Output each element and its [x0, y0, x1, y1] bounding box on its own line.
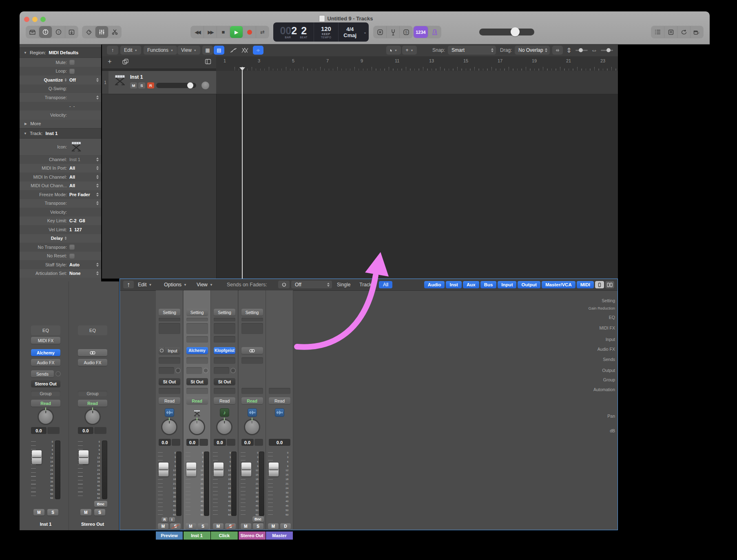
db-value[interactable]: 0.0: [241, 439, 254, 446]
fader-cap[interactable]: [79, 450, 89, 464]
track-row[interactable]: MIDI Out Chann...All: [20, 182, 101, 190]
fader-cap[interactable]: [159, 463, 168, 476]
automation-icon[interactable]: [228, 46, 238, 55]
channel-fader[interactable]: 03691215182124303540455060: [268, 452, 292, 516]
channel-fader[interactable]: 03691215182124303540455060: [186, 452, 209, 516]
mixer-view-single-icon[interactable]: [595, 281, 604, 288]
waveform-zoom-button[interactable]: [552, 46, 563, 55]
fader-cap[interactable]: [32, 450, 42, 464]
track-row[interactable]: No Transpose:: [20, 243, 101, 252]
inspector-icon[interactable]: [39, 26, 52, 38]
channel-fader[interactable]: 03691215182124303540455060: [31, 440, 60, 499]
mute-button[interactable]: M: [268, 523, 279, 529]
track-pan-knob[interactable]: [201, 82, 209, 89]
mixer-strip-stereo-out[interactable]: SettingRead0.003691215182124303540455060…: [239, 290, 266, 529]
empty-slot[interactable]: [269, 388, 290, 394]
region-row[interactable]: Transpose:: [20, 93, 101, 102]
loop-browser-icon[interactable]: [677, 26, 691, 38]
audio-fx-button[interactable]: Audio FX: [31, 359, 60, 366]
db-value[interactable]: 0.0: [214, 439, 226, 446]
stepper-icon[interactable]: [491, 48, 494, 52]
eq-button[interactable]: EQ: [31, 325, 60, 335]
empty-slot[interactable]: [159, 357, 180, 364]
flex-button[interactable]: [253, 46, 263, 55]
instrument-slot-klopfgeist[interactable]: Klopfgeist: [214, 347, 235, 354]
mixer-menu-view[interactable]: View▼: [197, 279, 213, 290]
snap-select[interactable]: Smart: [448, 46, 496, 55]
no-input-icon[interactable]: [374, 26, 387, 38]
midi-fx-button[interactable]: MIDI FX: [31, 337, 60, 344]
record-icon[interactable]: [243, 26, 256, 38]
track-row[interactable]: Staff Style:Auto: [20, 260, 101, 269]
filter-bus[interactable]: Bus: [480, 281, 497, 288]
filter-audio[interactable]: Audio: [424, 281, 445, 288]
db-value[interactable]: 0.0: [78, 427, 93, 434]
track-record-button[interactable]: R: [147, 82, 154, 89]
pan-knob[interactable]: [39, 410, 53, 424]
mixer-strip-click[interactable]: SettingKlopfgeistSt OutRead♪0.0036912151…: [211, 290, 238, 529]
vertical-zoom-slider[interactable]: [574, 46, 589, 55]
track-row[interactable]: Velocity:: [20, 208, 101, 217]
forward-icon[interactable]: ▶▶: [204, 26, 217, 38]
region-row[interactable]: Q-Swing:: [20, 84, 101, 93]
add-track-button[interactable]: +: [105, 57, 114, 66]
mixer-strip-preview[interactable]: SettingInputSt OutRead0.0036912151821243…: [156, 290, 183, 529]
empty-slot[interactable]: [241, 357, 263, 364]
stereo-out-button[interactable]: Stereo Out: [31, 380, 60, 387]
filter-inst[interactable]: Inst: [446, 281, 461, 288]
stepper-icon[interactable]: [327, 283, 330, 287]
mixer-view-dual-icon[interactable]: [605, 281, 614, 288]
automation-button[interactable]: Read: [269, 397, 290, 404]
stepper-icon[interactable]: [65, 78, 67, 82]
mute-button[interactable]: M: [213, 523, 224, 529]
solo-button[interactable]: S: [94, 509, 105, 516]
mode-tracks[interactable]: Tracks: [355, 281, 378, 288]
bounce-button[interactable]: Bnc: [94, 501, 107, 507]
inspector-more-toggle[interactable]: ▶ More: [20, 120, 101, 128]
empty-slot[interactable]: [186, 336, 208, 343]
setting-button[interactable]: Setting: [214, 309, 235, 316]
eq-button[interactable]: EQ: [78, 325, 107, 335]
stepper-icon[interactable]: [96, 184, 99, 188]
mute-button[interactable]: M: [186, 523, 196, 529]
track-row[interactable]: Transpose:: [20, 199, 101, 208]
read-button[interactable]: Read: [78, 400, 107, 407]
fader-cap[interactable]: [241, 463, 251, 476]
group-button[interactable]: Group: [78, 391, 107, 396]
minimize-button[interactable]: [32, 17, 38, 22]
pan-knob[interactable]: [86, 410, 100, 424]
stepper-icon[interactable]: [96, 78, 99, 82]
automation-button[interactable]: Read: [159, 397, 180, 404]
region-row[interactable]: QuantizeOff: [20, 75, 101, 84]
sends-button[interactable]: Sends: [31, 370, 54, 377]
crossfade-icon[interactable]: [240, 46, 250, 55]
record-i-button[interactable]: I: [169, 517, 175, 522]
track-list-view-button[interactable]: ▤: [214, 46, 224, 55]
instrument-slot-alchemy[interactable]: Alchemy: [186, 347, 208, 354]
mixer-menu-options[interactable]: Options▼: [164, 279, 187, 290]
master-volume-knob[interactable]: [511, 27, 520, 36]
empty-slot[interactable]: [241, 323, 263, 334]
solo-icon[interactable]: S: [400, 26, 412, 38]
channel-fader[interactable]: 03691215182124303540455060: [158, 452, 181, 516]
pan-knob[interactable]: [162, 420, 176, 434]
solo-button[interactable]: S: [47, 509, 58, 516]
menu-edit[interactable]: Edit▼: [120, 46, 141, 55]
track-row[interactable]: No Reset:: [20, 252, 101, 261]
channel-name-tag[interactable]: Preview: [156, 531, 183, 540]
alchemy-button[interactable]: Alchemy: [31, 349, 60, 356]
filter-output[interactable]: Output: [518, 281, 540, 288]
track-mute-button[interactable]: M: [130, 82, 137, 89]
horizontal-zoom-slider[interactable]: [600, 46, 614, 55]
output-button[interactable]: St Out: [214, 378, 235, 385]
mute-button[interactable]: M: [33, 509, 44, 516]
count-in-button[interactable]: 1234: [414, 26, 428, 38]
db-value[interactable]: 0.0: [186, 439, 199, 446]
db-value[interactable]: 0.0: [159, 439, 171, 446]
empty-slot[interactable]: [214, 388, 235, 394]
mode-all[interactable]: All: [379, 281, 392, 288]
track-row[interactable]: Vel Limit:1 127: [20, 225, 101, 234]
track-header-config-icon[interactable]: [203, 57, 213, 66]
filter-midi[interactable]: MIDI: [577, 281, 594, 288]
master-volume-slider[interactable]: [479, 29, 534, 35]
